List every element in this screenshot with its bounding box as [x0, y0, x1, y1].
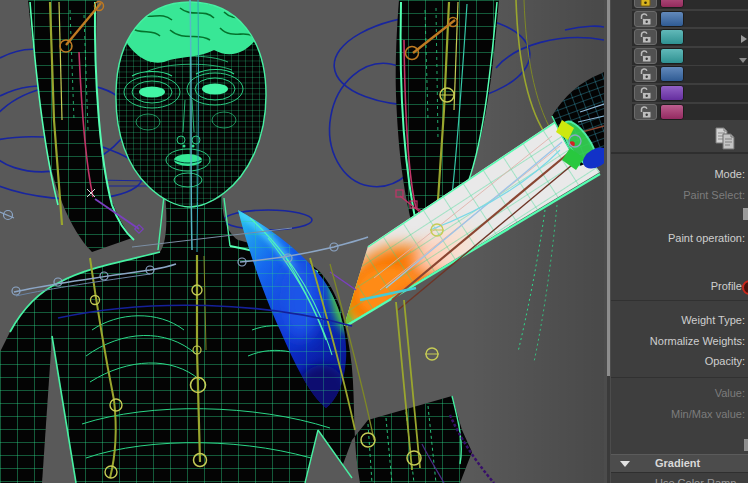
- left-eye: [139, 87, 165, 98]
- clipped-control[interactable]: [743, 208, 748, 220]
- label-profile: Profile:: [711, 280, 745, 293]
- copy-icon: [716, 128, 734, 149]
- gradient-section-header[interactable]: Gradient: [611, 454, 748, 473]
- splitter-highlight: [607, 0, 610, 376]
- label-opacity: Opacity:: [705, 355, 745, 368]
- label-normalize-weights: Normalize Weights:: [650, 335, 745, 348]
- lock-button[interactable]: [634, 104, 657, 120]
- lock-open-icon: [635, 30, 656, 44]
- influence-row[interactable]: [632, 48, 748, 65]
- lock-button[interactable]: [634, 0, 657, 8]
- lock-button[interactable]: [634, 48, 657, 64]
- lock-button[interactable]: [634, 85, 657, 101]
- section-expand-icon: [620, 461, 630, 467]
- lock-open-icon: [635, 86, 656, 100]
- copy-weights-button[interactable]: [712, 125, 740, 153]
- viewport-3d[interactable]: [0, 0, 604, 483]
- lock-button[interactable]: [634, 66, 657, 82]
- use-color-ramp-label: Use Color Ramp: [655, 477, 736, 483]
- influence-color-swatch[interactable]: [660, 66, 684, 82]
- influence-row[interactable]: [632, 104, 748, 121]
- gradient-section-title: Gradient: [655, 457, 700, 469]
- right-eye: [202, 84, 228, 95]
- influence-color-swatch[interactable]: [660, 0, 684, 8]
- label-paint-select: Paint Select:: [683, 189, 745, 202]
- tool-settings-panel: Mode: Paint Select: Paint operation: Pro…: [611, 0, 748, 483]
- influence-color-swatch[interactable]: [660, 29, 684, 45]
- influence-row[interactable]: [632, 85, 748, 102]
- lock-open-icon: [635, 105, 656, 119]
- lock-open-icon: [635, 67, 656, 81]
- lock-button[interactable]: [634, 29, 657, 45]
- influence-color-swatch[interactable]: [660, 11, 684, 27]
- influence-row[interactable]: [632, 0, 748, 9]
- lock-open-icon: [635, 49, 656, 63]
- influence-color-swatch[interactable]: [660, 48, 684, 64]
- label-paint-operation: Paint operation:: [668, 232, 745, 245]
- label-value: Value:: [715, 387, 745, 400]
- influence-row[interactable]: [632, 66, 748, 83]
- list-arrow-down-icon[interactable]: [739, 58, 747, 63]
- label-weight-type: Weight Type:: [681, 314, 745, 327]
- clipped-control[interactable]: [744, 439, 748, 451]
- lock-open-icon: [635, 12, 656, 26]
- influence-list: [632, 0, 748, 122]
- influence-row[interactable]: [632, 29, 748, 46]
- label-min-max-value: Min/Max value:: [671, 408, 745, 421]
- maya-window: Mode: Paint Select: Paint operation: Pro…: [0, 0, 748, 483]
- lock-closed-icon: [635, 0, 656, 7]
- influence-color-swatch[interactable]: [660, 104, 684, 120]
- lock-button[interactable]: [634, 11, 657, 27]
- panel-splitter[interactable]: [604, 0, 611, 483]
- label-mode: Mode:: [714, 168, 745, 181]
- influence-row[interactable]: [632, 11, 748, 28]
- influence-color-swatch[interactable]: [660, 85, 684, 101]
- list-arrow-right-icon[interactable]: [741, 35, 747, 43]
- splitter-track: [607, 376, 610, 483]
